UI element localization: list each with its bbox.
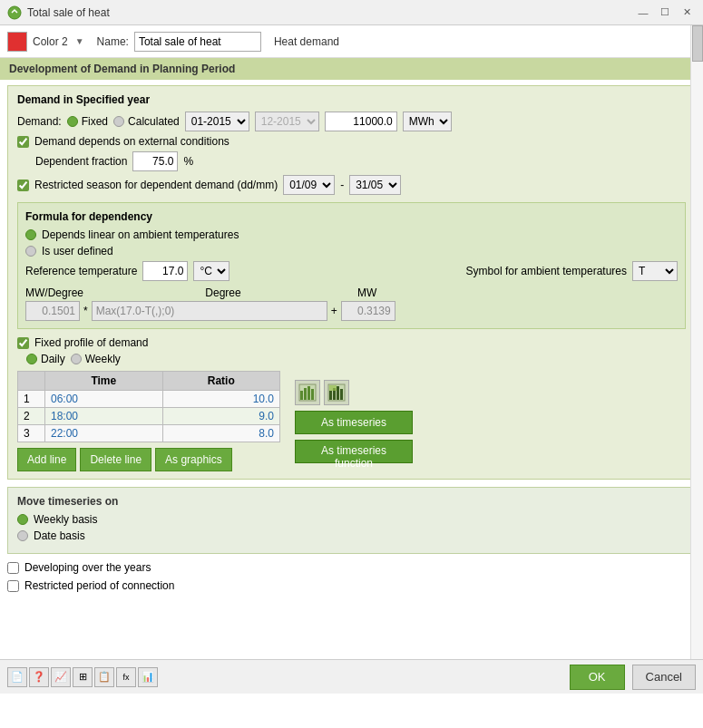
date-basis-label: Date basis (34, 529, 85, 542)
season-to-dropdown[interactable]: 31/05 (349, 175, 401, 195)
scrollbar-thumb[interactable] (692, 25, 703, 62)
toolbar-help-button[interactable]: ❓ (29, 667, 49, 687)
minimize-button[interactable]: — (634, 5, 652, 21)
maximize-button[interactable]: ☐ (656, 5, 674, 21)
weekly-basis-row: Weekly basis (17, 513, 686, 526)
ref-temp-row: Reference temperature °C Symbol for ambi… (25, 261, 678, 281)
heat-demand-label: Heat demand (274, 35, 339, 48)
bottom-toolbar: 📄 ❓ 📈 ⊞ 📋 fx 📊 (7, 667, 158, 687)
as-timeseries-button[interactable]: As timeseries (295, 411, 413, 434)
degree-label: Degree (96, 286, 350, 299)
plus-symbol: + (331, 305, 337, 317)
svg-rect-10 (340, 389, 343, 400)
fraction-input[interactable] (132, 151, 178, 171)
table-row: 2 18:00 9.0 (18, 408, 280, 425)
calculated-radio-indicator (113, 116, 124, 127)
toolbar-formula-button[interactable]: fx (116, 667, 136, 687)
dependent-fraction-label: Dependent fraction (35, 155, 127, 168)
profile-table: Time Ratio 1 06:00 10.0 (17, 371, 280, 442)
weekly-basis-radio[interactable] (17, 514, 28, 525)
date-basis-row: Date basis (17, 529, 686, 542)
date-basis-radio[interactable] (17, 530, 28, 541)
row-time[interactable]: 18:00 (45, 408, 163, 425)
fixed-label: Fixed (82, 115, 108, 128)
to-date-dropdown[interactable]: 12-2015 (255, 112, 319, 131)
timeseries-panel: As timeseries As timeseries function (295, 380, 413, 471)
dialog-buttons: OK Cancel (570, 665, 696, 690)
svg-point-0 (8, 6, 21, 19)
ok-button[interactable]: OK (570, 665, 625, 690)
as-graphics-button[interactable]: As graphics (155, 448, 232, 471)
toolbar-new-button[interactable]: 📄 (7, 667, 27, 687)
row-ratio[interactable]: 8.0 (162, 425, 279, 442)
formula-section: Formula for dependency Depends linear on… (17, 202, 686, 329)
linear-radio-indicator (25, 229, 36, 240)
row-time[interactable]: 22:00 (45, 425, 163, 442)
ref-temp-input[interactable] (142, 261, 188, 281)
row-time[interactable]: 06:00 (45, 391, 163, 408)
fixed-profile-checkbox[interactable] (17, 337, 29, 349)
timeseries-icon-1[interactable] (295, 380, 320, 405)
svg-rect-4 (308, 386, 310, 400)
fixed-radio-item[interactable]: Fixed (67, 115, 108, 128)
formula-option1-label[interactable]: Depends linear on ambient temperatures (42, 228, 239, 241)
formula-option2-label[interactable]: Is user defined (42, 245, 113, 257)
svg-rect-5 (311, 389, 314, 400)
timeseries-icon-2[interactable] (324, 380, 349, 405)
external-conditions-checkbox[interactable] (17, 136, 29, 148)
mw-degree-field (25, 301, 80, 321)
season-from-dropdown[interactable]: 01/09 (283, 175, 335, 195)
demand-value-input[interactable] (325, 112, 397, 131)
symbol-dropdown[interactable]: T (632, 261, 678, 281)
degree-formula-field (92, 301, 327, 321)
weekly-radio-item[interactable]: Weekly (71, 353, 121, 365)
move-timeseries-section: Move timeseries on Weekly basis Date bas… (7, 487, 696, 554)
restricted-season-checkbox[interactable] (17, 180, 29, 191)
unit-dropdown[interactable]: MWh (403, 112, 452, 131)
timeseries-icons-row (295, 380, 413, 405)
color-label: Color 2 (33, 35, 68, 48)
demand-specified-header: Demand in Specified year (17, 93, 686, 106)
app-icon (7, 5, 22, 20)
toolbar-copy-button[interactable]: 📋 (94, 667, 114, 687)
restricted-period-checkbox[interactable] (7, 580, 19, 592)
cancel-button[interactable]: Cancel (632, 665, 696, 690)
fixed-radio-indicator (67, 116, 78, 127)
close-button[interactable]: ✕ (678, 5, 696, 21)
daily-radio-item[interactable]: Daily (26, 353, 65, 365)
toolbar-grid-button[interactable]: ⊞ (73, 667, 93, 687)
scrollbar-track[interactable] (690, 25, 703, 694)
formula-labels-row: MW/Degree Degree MW (25, 286, 678, 299)
svg-rect-9 (337, 386, 339, 400)
demand-row: Demand: Fixed Calculated 01-2015 12-2015 (17, 112, 686, 131)
svg-rect-11 (329, 385, 337, 391)
bottom-bar: 📄 ❓ 📈 ⊞ 📋 fx 📊 OK Cancel (0, 659, 703, 694)
row-ratio[interactable]: 10.0 (162, 391, 279, 408)
add-line-button[interactable]: Add line (17, 448, 76, 471)
external-conditions-row: Demand depends on external conditions (17, 135, 686, 148)
delete-line-button[interactable]: Delete line (80, 448, 151, 471)
developing-checkbox[interactable] (7, 562, 19, 574)
row-ratio[interactable]: 9.0 (162, 408, 279, 425)
calculated-radio-item[interactable]: Calculated (113, 115, 180, 128)
as-timeseries-function-button[interactable]: As timeseries function (295, 440, 413, 463)
temp-unit-dropdown[interactable]: °C (193, 261, 229, 281)
row-num: 1 (18, 391, 45, 408)
formula-fields-row: * + (25, 301, 678, 321)
weekly-radio-indicator (71, 354, 82, 364)
toolbar-stats-button[interactable]: 📊 (138, 667, 158, 687)
dependent-fraction-row: Dependent fraction % (35, 151, 686, 171)
formula-option1-row: Depends linear on ambient temperatures (25, 228, 678, 241)
developing-label: Developing over the years (24, 561, 151, 574)
profile-table-container: Time Ratio 1 06:00 10.0 (17, 371, 280, 471)
demand-specified-box: Demand in Specified year Demand: Fixed C… (7, 85, 696, 480)
name-input[interactable] (134, 32, 261, 52)
svg-rect-3 (304, 388, 307, 400)
fraction-unit: % (183, 155, 193, 168)
color-swatch[interactable] (7, 32, 27, 52)
from-date-dropdown[interactable]: 01-2015 (185, 112, 249, 131)
svg-rect-7 (329, 391, 332, 400)
row-num: 2 (18, 408, 45, 425)
toolbar-chart-button[interactable]: 📈 (51, 667, 71, 687)
color-dropdown-arrow[interactable]: ▼ (75, 36, 84, 46)
